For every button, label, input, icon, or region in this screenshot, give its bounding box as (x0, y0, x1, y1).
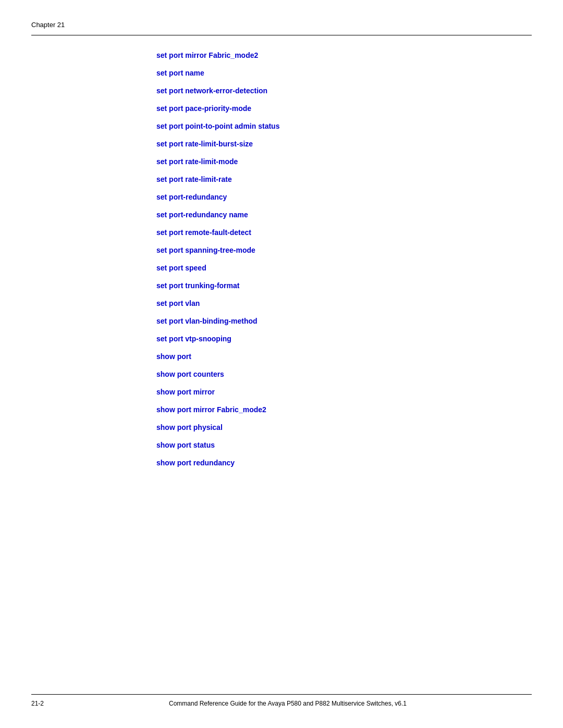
link-set-port-spanning[interactable]: set port spanning-tree-mode (156, 246, 532, 254)
link-show-port-mirror-fabric[interactable]: show port mirror Fabric_mode2 (156, 405, 532, 414)
footer-title: Command Reference Guide for the Avaya P5… (54, 700, 521, 707)
link-set-port-network-error[interactable]: set port network-error-detection (156, 87, 532, 95)
bottom-divider (31, 694, 532, 695)
link-show-port-redundancy[interactable]: show port redundancy (156, 459, 532, 467)
chapter-label: Chapter 21 (31, 21, 532, 29)
link-set-port-vtp[interactable]: set port vtp-snooping (156, 335, 532, 343)
link-set-port-redundancy-name[interactable]: set port-redundancy name (156, 211, 532, 219)
link-set-port-vlan-binding[interactable]: set port vlan-binding-method (156, 317, 532, 325)
link-set-port-pace[interactable]: set port pace-priority-mode (156, 104, 532, 113)
link-set-port-mirror-fabric[interactable]: set port mirror Fabric_mode2 (156, 51, 532, 59)
link-show-port-physical[interactable]: show port physical (156, 423, 532, 431)
bottom-section: 21-2 Command Reference Guide for the Ava… (31, 694, 532, 707)
link-set-port-rate-mode[interactable]: set port rate-limit-mode (156, 157, 532, 166)
link-set-port-rate-burst[interactable]: set port rate-limit-burst-size (156, 140, 532, 148)
link-set-port-speed[interactable]: set port speed (156, 264, 532, 272)
link-set-port-rate-rate[interactable]: set port rate-limit-rate (156, 175, 532, 183)
link-set-port-trunking[interactable]: set port trunking-format (156, 281, 532, 290)
link-set-port-name[interactable]: set port name (156, 69, 532, 77)
link-show-port-status[interactable]: show port status (156, 441, 532, 449)
link-show-port[interactable]: show port (156, 352, 532, 361)
link-show-port-counters[interactable]: show port counters (156, 370, 532, 378)
link-set-port-redundancy[interactable]: set port-redundancy (156, 193, 532, 201)
page-container: Chapter 21 set port mirror Fabric_mode2s… (0, 0, 563, 728)
footer-row: 21-2 Command Reference Guide for the Ava… (31, 700, 532, 707)
link-set-port-vlan[interactable]: set port vlan (156, 299, 532, 307)
link-set-port-point[interactable]: set port point-to-point admin status (156, 122, 532, 130)
link-show-port-mirror[interactable]: show port mirror (156, 388, 532, 396)
content-area: set port mirror Fabric_mode2set port nam… (31, 51, 532, 467)
top-divider (31, 35, 532, 35)
footer-page-number: 21-2 (31, 700, 44, 707)
link-set-port-remote[interactable]: set port remote-fault-detect (156, 228, 532, 237)
